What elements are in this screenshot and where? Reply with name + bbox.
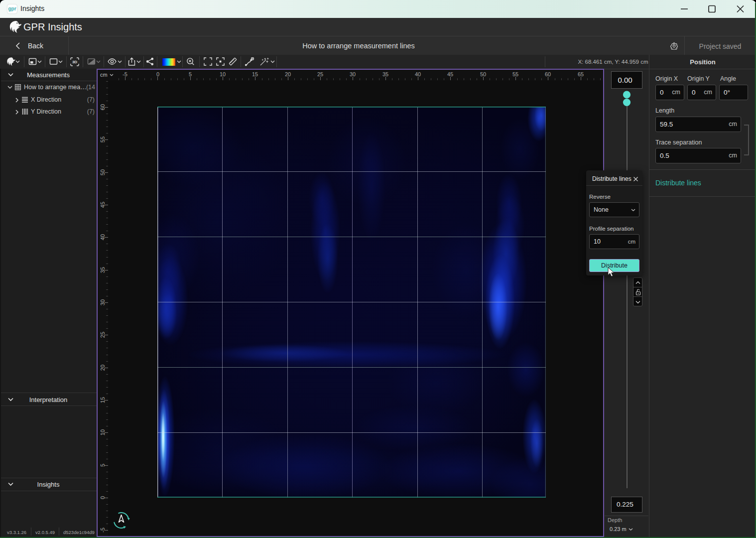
svg-text:3D: 3D — [72, 60, 77, 64]
